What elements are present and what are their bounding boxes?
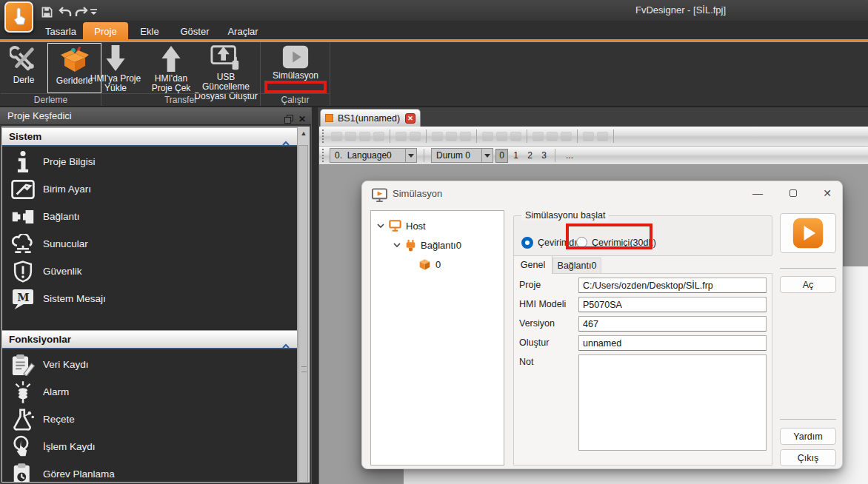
document-tab-label: BS1(unnamed) [338,113,405,124]
sidebar-item-sistem-mesaji[interactable]: M Sistem Mesajı [2,285,297,312]
document-tab-bs1[interactable]: BS1(unnamed) ✕ [320,109,421,127]
tab-goster[interactable]: Göster [174,22,216,41]
tab-proje-active[interactable]: Proje [83,22,128,41]
redo-button[interactable] [75,6,88,18]
more-states-button[interactable]: ... [560,149,579,163]
toolbar-icon-disabled [395,132,407,141]
document-tab-strip: BS1(unnamed) ✕ [319,107,868,127]
tree-item-baglanti0[interactable]: Bağlantı0 [371,235,504,255]
app-logo-icon[interactable] [4,1,33,33]
sidebar-item-baglanti[interactable]: Bağlantı [2,203,297,230]
scrollbar-up-arrow[interactable]: ▲ [299,129,308,138]
section-items-sistem: Proje Bilgisi Birim Ayarı [2,147,297,330]
sidebar-item-alarm[interactable]: Alarm [2,378,297,406]
simulation-start-group-label: Simülasyonu başlat [521,210,609,221]
version-field[interactable] [578,316,767,332]
ribbon-group-separator [330,42,330,106]
help-button[interactable]: Yardım [780,428,836,445]
state-dropdown[interactable]: Durum 0 [431,148,493,163]
tab-araclar[interactable]: Araçlar [221,22,265,41]
field-label-hmi-modeli: HMI Modeli [519,299,566,309]
section-header-fonksiyonlar[interactable]: Fonksiyonlar [2,330,297,349]
simulation-play-icon [281,43,310,71]
sidebar-item-guvenlik[interactable]: Güvenlik [2,258,297,285]
radio-selected-icon [521,237,533,249]
info-icon [10,151,36,173]
close-button[interactable]: ✕ [815,184,839,202]
close-panel-button[interactable]: ✕ [298,110,306,128]
sidebar-item-birim-ayari[interactable]: Birim Ayarı [2,175,297,203]
tab-tasarla[interactable]: Tasarla [33,22,89,41]
state-button-0-selected[interactable]: 0 [495,149,508,163]
download-to-hmi-label: HMI'ya Proje Yükle [84,74,147,93]
toolbar-icon-disabled [345,132,356,141]
panel-splitter[interactable] [311,107,319,484]
compile-button[interactable]: Derle [1,43,46,93]
usb-update-file-button[interactable]: USB Güncelleme Dosyası Oluştur [193,43,259,93]
state-button-1[interactable]: 1 [510,149,522,163]
tab-ekle[interactable]: Ekle [132,22,167,41]
upload-from-hmi-button[interactable]: HMI'dan Proje Çek [145,43,197,93]
svg-text:M: M [17,290,29,303]
close-tab-icon[interactable]: ✕ [405,113,415,124]
state-button-3[interactable]: 3 [538,149,550,163]
device-cube-icon [418,258,431,271]
dialog-tab-genel-active[interactable]: Genel [513,255,552,274]
upload-from-hmi-label: HMI'dan Proje Çek [145,74,197,93]
quick-access-more-button[interactable] [90,6,97,18]
exit-button[interactable]: Çıkış [780,449,836,466]
tree-item-host[interactable]: Host [371,216,504,235]
toolbar-icon-disabled [373,132,384,141]
sidebar-item-sunucular[interactable]: Sunucular [2,230,297,258]
dialog-tab-baglanti0[interactable]: Bağlantı0 [552,258,601,274]
save-button[interactable] [41,6,53,18]
compile-tools-icon [10,43,38,75]
toolbar-separator [555,149,555,162]
chevron-down-icon[interactable] [393,242,401,248]
sidebar-item-veri-kaydi[interactable]: Veri Kaydı [2,351,297,378]
maximize-button[interactable] [781,184,805,202]
chevron-down-icon[interactable] [377,223,384,229]
toolbar-icon-disabled [510,132,521,141]
open-button[interactable]: Aç [780,276,836,293]
toolbar-icon-disabled [597,132,608,141]
project-explorer-title: Proje Keşfedici [7,110,72,121]
toolbar-grip[interactable] [322,149,325,162]
undo-button[interactable] [59,6,72,18]
simulation-target-tree: Host Bağlantı0 0 [370,210,504,465]
compile-button-label: Derle [13,75,35,85]
toolbar-icon-disabled [533,132,544,141]
project-explorer-header[interactable]: Proje Keşfedici ✕ [0,107,311,125]
section-header-sistem[interactable]: Sistem [2,127,297,147]
project-path-field[interactable] [578,278,767,293]
simulation-dialog: Simülasyon — ✕ Host [361,181,843,469]
hand-pointer-icon [10,7,28,27]
field-label-proje: Proje [519,280,541,290]
maximize-icon [789,189,797,197]
sidebar-item-islem-kaydi[interactable]: İşlem Kaydı [2,433,297,460]
format-toolbar-disabled [319,127,868,147]
connection-plug-icon [405,239,416,252]
chevron-up-icon [282,134,290,152]
hmi-model-field[interactable] [578,297,767,312]
toolbar-icon-disabled [561,132,572,141]
field-label-not: Not [519,357,533,367]
toolbar-separator [390,130,390,143]
toolbar-grip[interactable] [322,130,325,143]
tree-item-device-0[interactable]: 0 [371,255,504,274]
start-simulation-button[interactable] [780,213,836,253]
sidebar-scrollbar[interactable]: ▲ [297,127,309,482]
servers-cloud-icon [10,234,36,255]
state-button-2[interactable]: 2 [524,149,536,163]
sidebar-item-recete[interactable]: Reçete [2,406,297,433]
scrollbar-thumb[interactable] [298,145,308,483]
simulation-button[interactable]: Simülasyon [267,43,324,93]
sidebar-item-gorev-planlama[interactable]: Görev Planlama [2,460,297,482]
note-field[interactable] [578,354,767,451]
dialog-title-bar[interactable]: Simülasyon — ✕ [362,181,842,205]
download-to-hmi-button[interactable]: HMI'ya Proje Yükle [84,43,147,93]
minimize-button[interactable]: — [746,184,769,202]
sidebar-item-proje-bilgisi[interactable]: Proje Bilgisi [2,148,297,175]
build-field[interactable] [578,335,767,351]
language-dropdown[interactable]: 0. Language0 [330,148,417,163]
